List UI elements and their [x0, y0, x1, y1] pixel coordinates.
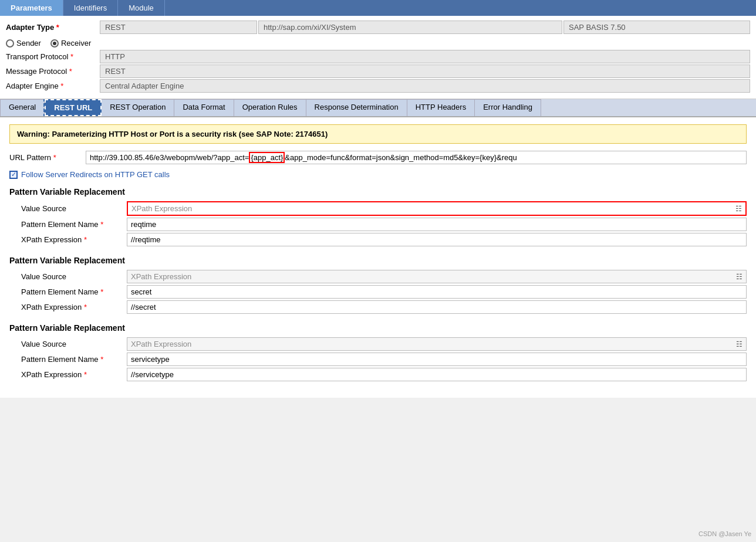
tab-module[interactable]: Module [118, 0, 165, 16]
pvr2-value-source-row: Value Source XPath Expression ☷ [9, 270, 747, 283]
warning-box: Warning: Parameterizing HTTP Host or Por… [9, 124, 747, 144]
adapter-type-row: Adapter Type * REST http://sap.com/xi/XI… [6, 21, 750, 34]
pvr2-xpath-value: //secret [131, 303, 156, 311]
pvr3-pattern-element-row: Pattern Element Name * servicetype [9, 353, 747, 366]
url-input-box[interactable]: http://39.100.85.46/e3/webopm/web/?app_a… [86, 151, 747, 164]
adapter-type-basis: SAP BASIS 7.50 [563, 21, 750, 34]
sender-radio-circle [6, 39, 14, 48]
pvr-block-2: Pattern Variable Replacement Value Sourc… [9, 256, 747, 314]
transport-protocol-row: Transport Protocol * HTTP [6, 50, 750, 63]
url-pattern-input[interactable]: http://39.100.85.46/e3/webopm/web/?app_a… [86, 151, 747, 164]
receiver-label: Receiver [61, 39, 91, 48]
adapter-type-rest: REST [100, 21, 257, 34]
pvr1-xpath-row: XPath Expression * //reqtime [9, 233, 747, 246]
adapter-type-label: Adapter Type * [6, 23, 100, 32]
pvr1-pattern-element-value: reqtime [131, 220, 156, 229]
pvr3-xpath-label: XPath Expression * [9, 370, 127, 379]
pvr2-value-source-input[interactable]: XPath Expression ☷ [127, 270, 747, 283]
pvr3-pattern-element-value: servicetype [131, 355, 170, 364]
pvr3-value-source-icon[interactable]: ☷ [736, 340, 743, 348]
tab-rest-operation[interactable]: REST Operation [102, 99, 174, 116]
adapter-type-fields: REST http://sap.com/xi/XI/System SAP BAS… [100, 21, 750, 34]
pvr1-value-source-icon[interactable]: ☷ [735, 205, 742, 213]
follow-redirects-checkbox[interactable]: ✓ [9, 171, 18, 179]
pvr1-value-source-label: Value Source [9, 204, 127, 213]
message-protocol-row: Message Protocol * REST [6, 65, 750, 78]
pvr1-pattern-element-input[interactable]: reqtime [127, 218, 747, 231]
receiver-radio[interactable]: Receiver [50, 39, 91, 48]
url-prefix: http://39.100.85.46/e3/webopm/web/?app_a… [90, 153, 249, 162]
tab-rest-url[interactable]: REST URL [45, 99, 102, 116]
sender-radio[interactable]: Sender [6, 39, 41, 48]
tab-general[interactable]: General [0, 99, 45, 116]
pvr2-pattern-element-row: Pattern Element Name * secret [9, 285, 747, 299]
adapter-engine-value: Central Adapter Engine [100, 79, 750, 93]
pvr1-value-source-input[interactable]: XPath Expression ☷ [127, 201, 747, 216]
adapter-engine-row: Adapter Engine * Central Adapter Engine [6, 79, 750, 93]
pvr-title-3: Pattern Variable Replacement [9, 323, 747, 333]
pvr1-value-source-placeholder: XPath Expression [131, 204, 192, 213]
follow-redirects-row[interactable]: ✓ Follow Server Redirects on HTTP GET ca… [9, 170, 747, 179]
tab-http-headers[interactable]: HTTP Headers [407, 99, 475, 116]
message-protocol-value: REST [100, 65, 750, 78]
tab-parameters[interactable]: Parameters [0, 0, 63, 16]
warning-text: Warning: Parameterizing HTTP Host or Por… [17, 130, 328, 138]
transport-protocol-label: Transport Protocol * [6, 52, 100, 61]
pvr2-xpath-label: XPath Expression * [9, 303, 127, 311]
pvr-title-2: Pattern Variable Replacement [9, 256, 747, 265]
pvr1-pattern-element-label: Pattern Element Name * [9, 220, 127, 229]
receiver-radio-circle [50, 39, 59, 48]
pvr3-value-source-label: Value Source [9, 340, 127, 348]
tab-data-format[interactable]: Data Format [174, 99, 234, 116]
pvr1-xpath-value: //reqtime [131, 235, 161, 244]
pvr2-pattern-element-input[interactable]: secret [127, 285, 747, 299]
follow-redirects-label: Follow Server Redirects on HTTP GET call… [21, 170, 170, 179]
adapter-type-namespace: http://sap.com/xi/XI/System [258, 21, 562, 34]
tab-operation-rules[interactable]: Operation Rules [234, 99, 306, 116]
pvr3-xpath-input[interactable]: //servicetype [127, 368, 747, 381]
pvr2-value-source-icon[interactable]: ☷ [736, 273, 743, 281]
tab-response-determination[interactable]: Response Determination [306, 99, 407, 116]
pvr3-value-source-placeholder: XPath Expression [131, 340, 191, 348]
pvr3-xpath-value: //servicetype [131, 370, 174, 379]
pvr2-xpath-input[interactable]: //secret [127, 300, 747, 314]
pvr3-pattern-element-label: Pattern Element Name * [9, 355, 127, 364]
pvr3-value-source-row: Value Source XPath Expression ☷ [9, 337, 747, 351]
url-highlight: {app_act} [249, 152, 285, 163]
pvr2-value-source-label: Value Source [9, 272, 127, 281]
pvr1-value-source-row: Value Source XPath Expression ☷ [9, 201, 747, 216]
pvr2-value-source-placeholder: XPath Expression [131, 272, 191, 281]
pvr-title-1: Pattern Variable Replacement [9, 187, 747, 197]
sub-tab-bar: General REST URL REST Operation Data For… [0, 99, 756, 117]
pvr-block-1: Pattern Variable Replacement Value Sourc… [9, 187, 747, 246]
pvr2-xpath-row: XPath Expression * //secret [9, 300, 747, 314]
transport-protocol-value: HTTP [100, 50, 750, 63]
pvr1-xpath-label: XPath Expression * [9, 235, 127, 244]
adapter-engine-label: Adapter Engine * [6, 82, 100, 90]
tab-error-handling[interactable]: Error Handling [475, 99, 541, 116]
sender-label: Sender [16, 39, 41, 48]
pvr3-pattern-element-input[interactable]: servicetype [127, 353, 747, 366]
message-protocol-label: Message Protocol * [6, 67, 100, 76]
pvr1-pattern-element-row: Pattern Element Name * reqtime [9, 218, 747, 231]
top-tab-bar: Parameters Identifiers Module [0, 0, 756, 16]
pvr1-xpath-input[interactable]: //reqtime [127, 233, 747, 246]
pvr2-pattern-element-label: Pattern Element Name * [9, 287, 127, 296]
url-suffix: &app_mode=func&format=json&sign_method=m… [285, 153, 517, 162]
main-content: Warning: Parameterizing HTTP Host or Por… [0, 117, 756, 398]
url-pattern-row: URL Pattern * http://39.100.85.46/e3/web… [9, 151, 747, 164]
pvr3-value-source-input[interactable]: XPath Expression ☷ [127, 337, 747, 351]
pvr-block-3: Pattern Variable Replacement Value Sourc… [9, 323, 747, 381]
pvr2-pattern-element-value: secret [131, 287, 151, 296]
tab-identifiers[interactable]: Identifiers [63, 0, 118, 16]
adapter-section: Adapter Type * REST http://sap.com/xi/XI… [0, 16, 756, 99]
pvr3-xpath-row: XPath Expression * //servicetype [9, 368, 747, 381]
sender-receiver-group: Sender Receiver [6, 36, 750, 50]
url-pattern-label: URL Pattern * [9, 153, 86, 162]
